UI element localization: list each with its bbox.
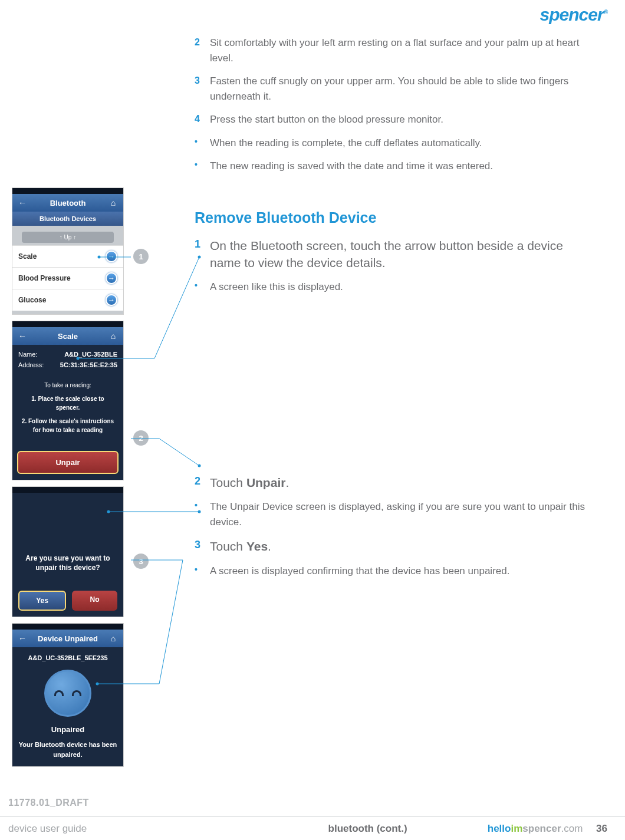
step-text: Press the start button on the blood pres… (210, 112, 443, 127)
bullet-text: A screen is displayed confirming that th… (210, 564, 509, 579)
home-icon[interactable]: ⌂ (108, 331, 119, 341)
confirm-unpair-screenshot: Are you sure you want to unpair this dev… (12, 486, 124, 617)
navbar: ← Bluetooth ⌂ (12, 194, 123, 212)
bullet-text: The new reading is saved with the date a… (210, 159, 493, 174)
sec-step-3: 3Touch Yes. (195, 538, 590, 555)
bullet-text: The Unpair Device screen is displayed, a… (210, 499, 590, 529)
up-button[interactable]: ↑ Up ↑ (22, 232, 114, 243)
screenshots-column: ← Bluetooth ⌂ Bluetooth Devices ↑ Up ↑ S… (12, 187, 127, 773)
step-number: 2 (195, 474, 210, 491)
footer-center: bluetooth (cont.) (248, 823, 487, 835)
name-label: Name: (18, 350, 37, 360)
draft-label: 11778.01_DRAFT (8, 798, 89, 808)
bullet-icon: • (195, 159, 210, 174)
step-text: On the Bluetooth screen, touch the arrow… (210, 237, 590, 272)
bullet-icon: • (195, 136, 210, 151)
back-icon[interactable]: ← (17, 633, 28, 644)
callout-2: 2 (133, 430, 149, 446)
step-text: Sit comfortably with your left arm resti… (210, 35, 590, 65)
nav-title: Bluetooth (28, 199, 108, 207)
name-value: A&D_UC-352BLE (64, 350, 117, 360)
addr-value: 5C:31:3E:5E:E2:35 (60, 360, 117, 371)
bullet: •The new reading is saved with the date … (195, 159, 590, 174)
navbar: ← Scale ⌂ (12, 327, 123, 345)
nav-title: Device Unpaired (28, 634, 108, 643)
footer-left: device user guide (8, 823, 248, 835)
yes-button[interactable]: Yes (18, 591, 66, 611)
page-number: 36 (596, 823, 607, 834)
back-icon[interactable]: ← (17, 331, 28, 341)
bullet: •The Unpair Device screen is displayed, … (195, 499, 590, 529)
bullet: •When the reading is complete, the cuff … (195, 136, 590, 151)
home-icon[interactable]: ⌂ (108, 633, 119, 644)
unpair-button[interactable]: Unpair (17, 451, 119, 474)
device-details-screenshot: ← Scale ⌂ Name:A&D_UC-352BLE Address:5C:… (12, 321, 124, 480)
unpaired-screenshot: ← Device Unpaired ⌂ A&D_UC-352BLE_5EE235… (12, 623, 124, 767)
list-header: Bluetooth Devices (12, 212, 123, 226)
step-text: Touch Yes. (210, 538, 271, 555)
step-2: 2Sit comfortably with your left arm rest… (195, 35, 590, 65)
bullet-text: A screen like this is displayed. (210, 279, 343, 295)
no-button[interactable]: No (72, 591, 117, 611)
sec-step-2: 2Touch Unpair. (195, 474, 590, 491)
bullet-icon: • (195, 499, 210, 529)
arrow-icon[interactable]: → (106, 294, 117, 306)
navbar: ← Device Unpaired ⌂ (12, 630, 123, 647)
confirm-question: Are you sure you want to unpair this dev… (18, 554, 117, 574)
back-icon[interactable]: ← (17, 197, 28, 208)
step-text: Fasten the cuff snugly on your upper arm… (210, 74, 590, 104)
step-4: 4Press the start button on the blood pre… (195, 112, 590, 127)
step-number: 3 (195, 74, 210, 104)
step-number: 2 (195, 35, 210, 65)
arrow-icon[interactable]: → (106, 272, 117, 284)
section-title: Remove Bluetooth Device (195, 209, 590, 226)
step-number: 4 (195, 112, 210, 127)
status-message: Your Bluetooth device has been unpaired. (18, 740, 117, 759)
footer-right: helloimspencer.com 36 (488, 823, 607, 835)
step-text: Touch Unpair. (210, 474, 289, 491)
bullet: •A screen like this is displayed. (195, 279, 590, 295)
remove-bluetooth-section: Remove Bluetooth Device 1On the Bluetoot… (195, 209, 607, 579)
callout-1: 1 (133, 249, 149, 264)
callout-3: 3 (133, 554, 149, 569)
status-text: Unpaired (18, 725, 117, 734)
face-icon (44, 670, 91, 717)
step-number: 3 (195, 538, 210, 555)
home-icon[interactable]: ⌂ (108, 197, 119, 208)
footer: device user guide bluetooth (cont.) hell… (0, 816, 625, 840)
device-row-bp[interactable]: Blood Pressure→ (12, 267, 123, 289)
addr-label: Address: (18, 360, 44, 371)
nav-title: Scale (28, 332, 108, 341)
instructions: To take a reading: 1. Place the scale cl… (12, 375, 123, 445)
device-row-scale[interactable]: Scale→ (12, 245, 123, 267)
top-steps: 2Sit comfortably with your left arm rest… (195, 35, 607, 174)
bluetooth-list-screenshot: ← Bluetooth ⌂ Bluetooth Devices ↑ Up ↑ S… (12, 187, 124, 315)
bullet-text: When the reading is complete, the cuff d… (210, 136, 482, 151)
step-number: 1 (195, 237, 210, 272)
bullet: •A screen is displayed confirming that t… (195, 564, 590, 579)
arrow-icon[interactable]: → (106, 251, 117, 262)
sec-step-1: 1On the Bluetooth screen, touch the arro… (195, 237, 590, 272)
main-content: 2Sit comfortably with your left arm rest… (195, 35, 607, 587)
brand-logo: spencer® (540, 5, 607, 25)
step-3: 3Fasten the cuff snugly on your upper ar… (195, 74, 590, 104)
device-info: Name:A&D_UC-352BLE Address:5C:31:3E:5E:E… (12, 345, 123, 375)
device-row-glucose[interactable]: Glucose→ (12, 289, 123, 311)
bullet-icon: • (195, 279, 210, 295)
bullet-icon: • (195, 564, 210, 579)
device-name: A&D_UC-352BLE_5EE235 (18, 654, 117, 661)
